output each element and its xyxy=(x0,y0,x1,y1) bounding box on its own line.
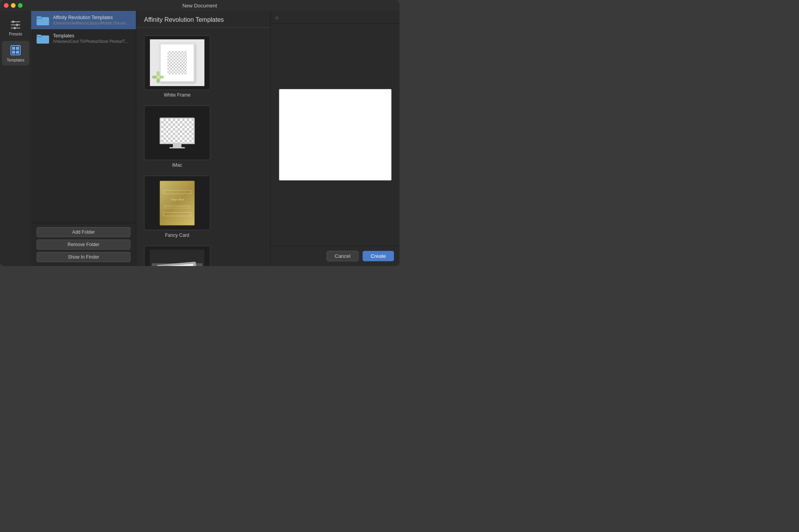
template-name-imac: iMac xyxy=(172,162,182,168)
create-button[interactable]: Create xyxy=(363,251,394,261)
cancel-button[interactable]: Cancel xyxy=(327,251,359,261)
folder-list: Affinity Revolution Templates /Users/cec… xyxy=(31,11,136,223)
template-thumbnail-imac xyxy=(144,106,210,160)
preview-panel: ⌕ Cancel Create xyxy=(270,11,400,266)
window-title: New Document xyxy=(183,3,217,9)
template-panel-header: Affinity Revolution Templates xyxy=(136,11,270,28)
presets-label: Presets xyxy=(9,32,22,36)
traffic-lights xyxy=(4,3,23,8)
template-item-business-card[interactable] xyxy=(144,246,210,266)
icon-sidebar: Presets Templates xyxy=(0,11,31,266)
template-thumbnail-business-card xyxy=(144,246,210,266)
template-thumbnail-fancy-card: Your Text xyxy=(144,176,210,230)
folder-icon-affinity xyxy=(37,15,49,25)
search-icon: ⌕ xyxy=(275,14,278,20)
folder-name-affinity: Affinity Revolution Templates xyxy=(53,15,130,20)
template-name-fancy-card: Fancy Card xyxy=(165,233,189,238)
template-name-white-frame: White Frame xyxy=(164,92,191,98)
svg-point-3 xyxy=(12,21,14,23)
imac-screen xyxy=(160,118,195,144)
template-item-imac[interactable]: iMac xyxy=(144,106,210,168)
template-panel-title: Affinity Revolution Templates xyxy=(144,16,224,23)
imac-screen-content xyxy=(161,119,193,143)
svg-point-4 xyxy=(16,24,18,26)
template-thumbnail-white-frame xyxy=(144,35,210,90)
folder-item-templates[interactable]: Templates /Volumes/Cecil T5/Photos/Stock… xyxy=(31,29,136,48)
template-item-fancy-card[interactable]: Your Text Fancy Card xyxy=(144,176,210,238)
svg-rect-7 xyxy=(12,47,15,50)
svg-point-5 xyxy=(14,27,16,29)
imac-base xyxy=(169,147,185,148)
template-item-white-frame[interactable]: White Frame xyxy=(144,35,210,98)
title-bar: New Document xyxy=(0,0,400,11)
svg-rect-8 xyxy=(16,47,19,50)
folder-name-templates: Templates xyxy=(53,33,130,39)
show-in-finder-button[interactable]: Show In Finder xyxy=(37,252,130,262)
close-button[interactable] xyxy=(4,3,9,8)
sliders-icon xyxy=(9,18,22,30)
templates-label: Templates xyxy=(7,58,25,62)
preview-canvas xyxy=(279,89,392,181)
search-input[interactable] xyxy=(281,14,395,20)
folder-info-templates: Templates /Volumes/Cecil T5/Photos/Stock… xyxy=(53,33,130,44)
svg-rect-9 xyxy=(12,51,15,54)
folder-path-affinity: /Users/cecilwilliams/Library/Mobile Docu… xyxy=(53,21,130,25)
folder-panel: Affinity Revolution Templates /Users/cec… xyxy=(31,11,136,266)
folder-icon-templates xyxy=(37,33,49,44)
template-grid: White Frame iMac xyxy=(136,28,270,266)
svg-rect-10 xyxy=(16,51,19,54)
fancy-card-illustration: Your Text xyxy=(160,181,195,225)
template-icon xyxy=(9,44,22,56)
main-container: Presets Templates xyxy=(0,11,400,266)
imac-stand xyxy=(173,144,181,147)
svg-rect-13 xyxy=(37,16,41,18)
sidebar-item-presets[interactable]: Presets xyxy=(2,15,29,39)
preview-footer: Cancel Create xyxy=(271,246,400,266)
template-panel: Affinity Revolution Templates xyxy=(136,11,270,266)
folder-item-affinity[interactable]: Affinity Revolution Templates /Users/cec… xyxy=(31,11,136,29)
minimize-button[interactable] xyxy=(11,3,16,8)
maximize-button[interactable] xyxy=(18,3,23,8)
remove-folder-button[interactable]: Remove Folder xyxy=(37,240,130,250)
folder-path-templates: /Volumes/Cecil T5/Photos/Stock Photos/Te… xyxy=(53,39,130,44)
folder-info-affinity: Affinity Revolution Templates /Users/cec… xyxy=(53,15,130,25)
svg-rect-16 xyxy=(37,35,41,36)
imac-illustration xyxy=(154,113,201,152)
folder-actions: Add Folder Remove Folder Show In Finder xyxy=(31,223,136,266)
search-bar: ⌕ xyxy=(271,11,400,24)
preview-area xyxy=(271,24,400,246)
svg-point-23 xyxy=(157,76,159,78)
add-folder-button[interactable]: Add Folder xyxy=(37,227,130,237)
sidebar-item-templates[interactable]: Templates xyxy=(2,41,29,65)
